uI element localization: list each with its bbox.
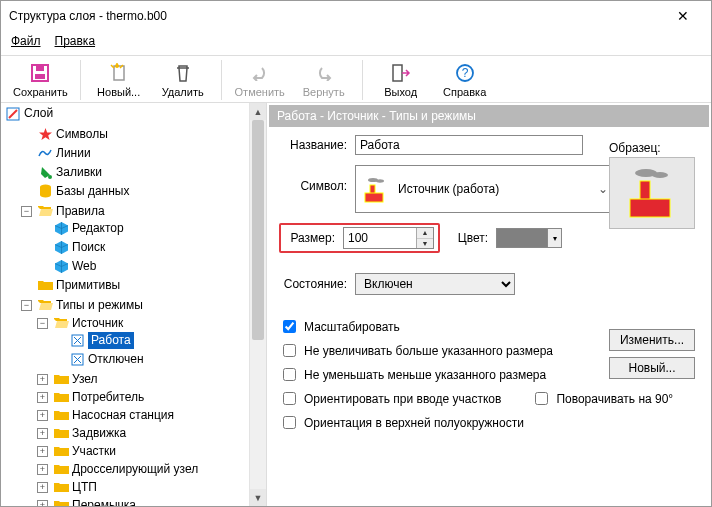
tree-lines[interactable]: Линии: [56, 145, 91, 162]
svg-text:?: ?: [461, 66, 468, 80]
svg-rect-20: [630, 199, 670, 217]
database-icon: [37, 183, 53, 199]
menu-edit[interactable]: Правка: [55, 34, 96, 49]
color-label: Цвет:: [440, 231, 496, 245]
color-picker[interactable]: ▾: [496, 228, 562, 248]
line-icon: [37, 145, 53, 161]
tree-source[interactable]: Источник: [72, 315, 123, 332]
folder-icon: [53, 443, 69, 459]
tree-scrollbar[interactable]: ▲ ▼: [249, 103, 266, 506]
tree-primitives[interactable]: Примитивы: [56, 277, 120, 294]
exit-button[interactable]: Выход: [371, 60, 431, 100]
scroll-down-icon[interactable]: ▼: [250, 489, 266, 506]
toggle-types[interactable]: −: [21, 300, 32, 311]
help-button[interactable]: ? Справка: [435, 60, 495, 100]
size-highlight: Размер: ▲▼: [279, 223, 440, 253]
source-symbol-icon: [362, 175, 390, 203]
toggle-jumper[interactable]: +: [37, 500, 48, 507]
close-button[interactable]: ✕: [663, 8, 703, 24]
menubar: Файл Правка: [1, 31, 711, 55]
exit-icon: [391, 62, 411, 84]
chk-rot90[interactable]: Поворачивать на 90°: [531, 389, 673, 408]
svg-point-14: [376, 179, 384, 182]
svg-rect-1: [35, 74, 45, 79]
size-label: Размер:: [285, 231, 343, 245]
folder-icon: [53, 497, 69, 506]
tree-valve[interactable]: Задвижка: [72, 425, 126, 442]
titlebar: Структура слоя - thermo.b00 ✕: [1, 1, 711, 31]
tree[interactable]: Слой Символы Линии Заливки Базы данных −…: [1, 103, 249, 506]
svg-point-18: [652, 172, 668, 178]
window-title: Структура слоя - thermo.b00: [9, 9, 663, 23]
tree-databases[interactable]: Базы данных: [56, 183, 129, 200]
name-label: Название:: [279, 138, 355, 152]
chevron-down-icon: ⌄: [598, 182, 608, 196]
cube-icon: [53, 239, 69, 255]
size-spinner[interactable]: ▲▼: [343, 227, 434, 249]
folder-icon: [53, 389, 69, 405]
tree-pane: Слой Символы Линии Заливки Базы данных −…: [1, 103, 267, 506]
toggle-node[interactable]: +: [37, 374, 48, 385]
symbol-label: Символ:: [279, 165, 355, 193]
tree-off[interactable]: Отключен: [88, 351, 144, 368]
svg-point-4: [115, 64, 119, 68]
svg-rect-2: [36, 66, 44, 71]
new-sample-button[interactable]: Новый...: [609, 357, 695, 379]
tree-consumer[interactable]: Потребитель: [72, 389, 144, 406]
mode-icon: [69, 332, 85, 348]
tree-fills[interactable]: Заливки: [56, 164, 102, 181]
tree-pump[interactable]: Насосная станция: [72, 407, 174, 424]
tree-editor[interactable]: Редактор: [72, 220, 124, 237]
toggle-source[interactable]: −: [37, 318, 48, 329]
toolbar: Сохранить Новый... Удалить Отменить: [1, 55, 711, 103]
toggle-rules[interactable]: −: [21, 206, 32, 217]
svg-point-9: [48, 175, 52, 179]
toggle-pump[interactable]: +: [37, 410, 48, 421]
chk-orient[interactable]: Ориентировать при вводе участков: [279, 389, 501, 408]
sample-label: Образец:: [609, 141, 697, 155]
tree-jumper[interactable]: Перемычка: [72, 497, 136, 507]
change-button[interactable]: Изменить...: [609, 329, 695, 351]
symbol-combo[interactable]: Источник (работа) ⌄: [355, 165, 615, 213]
tree-root[interactable]: Слой: [24, 105, 53, 122]
tree-rules[interactable]: Правила: [56, 203, 105, 220]
symbol-value: Источник (работа): [398, 182, 499, 196]
tree-throttle[interactable]: Дросселирующий узел: [72, 461, 198, 478]
new-icon: [109, 62, 129, 84]
menu-file[interactable]: Файл: [11, 34, 41, 49]
new-button[interactable]: Новый...: [89, 60, 149, 100]
name-input[interactable]: [355, 135, 583, 155]
undo-button: Отменить: [230, 60, 290, 100]
size-input[interactable]: [344, 228, 416, 248]
folder-open-icon: [37, 203, 53, 219]
tree-work[interactable]: Работа: [88, 332, 134, 349]
toggle-sections[interactable]: +: [37, 446, 48, 457]
chevron-down-icon: ▾: [547, 229, 561, 247]
folder-icon: [53, 461, 69, 477]
scroll-thumb[interactable]: [252, 120, 264, 340]
state-select[interactable]: Включен: [355, 273, 515, 295]
redo-icon: [314, 62, 334, 84]
toggle-consumer[interactable]: +: [37, 392, 48, 403]
toggle-throttle[interactable]: +: [37, 464, 48, 475]
toggle-valve[interactable]: +: [37, 428, 48, 439]
tree-types[interactable]: Типы и режимы: [56, 297, 143, 314]
sample-swatch: [609, 157, 695, 229]
tree-web[interactable]: Web: [72, 258, 96, 275]
cube-icon: [53, 258, 69, 274]
delete-button[interactable]: Удалить: [153, 60, 213, 100]
state-label: Состояние:: [279, 277, 355, 291]
spin-buttons[interactable]: ▲▼: [416, 228, 433, 248]
tree-uzel[interactable]: Узел: [72, 371, 98, 388]
tree-symbols[interactable]: Символы: [56, 126, 108, 143]
tree-sections[interactable]: Участки: [72, 443, 116, 460]
scroll-up-icon[interactable]: ▲: [250, 103, 266, 120]
tree-ctp[interactable]: ЦТП: [72, 479, 97, 496]
save-button[interactable]: Сохранить: [9, 60, 72, 100]
color-swatch: [497, 229, 547, 247]
folder-open-icon: [37, 297, 53, 313]
toggle-ctp[interactable]: +: [37, 482, 48, 493]
window: Структура слоя - thermo.b00 ✕ Файл Правк…: [0, 0, 712, 507]
chk-upper[interactable]: Ориентация в верхней полуокружности: [279, 413, 699, 432]
tree-search[interactable]: Поиск: [72, 239, 105, 256]
